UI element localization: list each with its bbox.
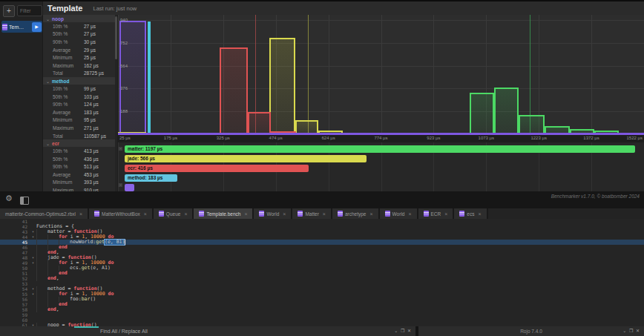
close-icon[interactable]: × bbox=[184, 211, 187, 217]
stat-label: Average bbox=[43, 172, 84, 177]
tab-queue[interactable]: Queue× bbox=[154, 208, 194, 219]
indent-guide bbox=[36, 276, 47, 281]
stat-row: Minimum25 µs bbox=[43, 53, 117, 62]
plugins-icon[interactable] bbox=[20, 197, 29, 205]
stats-section-name: noop bbox=[52, 16, 64, 22]
script-icon bbox=[298, 211, 303, 217]
script-icon bbox=[199, 211, 204, 217]
close-icon[interactable]: × bbox=[244, 211, 247, 217]
close-icon[interactable]: × bbox=[79, 211, 82, 217]
stat-label: Average bbox=[43, 47, 84, 53]
gridline-vertical bbox=[118, 15, 119, 135]
close-icon[interactable]: × bbox=[478, 211, 481, 217]
fold-arrow-icon[interactable]: ▾ bbox=[30, 286, 36, 291]
x-tick-label: 1073 µs bbox=[479, 136, 494, 140]
x-tick-label: 474 µs bbox=[269, 136, 283, 140]
close-icon[interactable]: × bbox=[444, 211, 447, 217]
indent-guide bbox=[36, 307, 47, 312]
histogram-bin-matter bbox=[494, 88, 519, 135]
tab-label: ECR bbox=[431, 211, 441, 217]
results-overview: matter: 1197 µsjade: 566 µsecr: 416 µsme… bbox=[118, 142, 644, 193]
indent-guide bbox=[47, 266, 59, 271]
tab-label: Template.bench bbox=[206, 211, 240, 217]
gutter-margin bbox=[0, 297, 16, 302]
gutter-margin bbox=[0, 224, 16, 229]
stat-row: Average183 µs bbox=[43, 108, 117, 116]
x-tick-label: 325 µs bbox=[217, 136, 230, 140]
token: end bbox=[47, 276, 56, 281]
line-number: 43 bbox=[16, 229, 30, 234]
tab-matter[interactable]: Matter× bbox=[292, 208, 332, 219]
script-icon bbox=[424, 211, 429, 217]
settings-gear-icon[interactable]: ⚙ bbox=[5, 194, 13, 203]
tab-matterbr-common-optimus2-rbxl[interactable]: matterbr-Common-Optimus2.rbxl× bbox=[0, 208, 89, 219]
fold-spacer bbox=[30, 317, 36, 323]
indent-guide bbox=[36, 240, 47, 245]
line-number: 51 bbox=[16, 271, 30, 276]
x-tick-label: 923 µs bbox=[427, 136, 440, 140]
histogram-bin-ecr bbox=[220, 47, 248, 135]
version-note: Benchmarker v1.7.0, © boatbomber 2024 bbox=[551, 194, 640, 199]
close-icon[interactable]: × bbox=[408, 211, 411, 217]
add-benchmark-button[interactable]: + bbox=[3, 5, 15, 17]
stats-scrollbar-thumb[interactable] bbox=[115, 16, 117, 59]
script-icon bbox=[459, 211, 464, 217]
tab-archetype[interactable]: archetype× bbox=[332, 208, 380, 219]
benchmark-item-template[interactable]: Tem… ▶ bbox=[1, 21, 42, 33]
token: () bbox=[90, 297, 96, 302]
script-icon bbox=[159, 211, 164, 217]
gutter-margin bbox=[0, 291, 16, 297]
stat-row: Total110587 µs bbox=[43, 132, 117, 140]
x-tick-label: 1372 µs bbox=[583, 136, 599, 140]
tab-ecs[interactable]: ecs× bbox=[454, 208, 487, 219]
gridline-horizontal bbox=[118, 20, 644, 21]
line-number: 52 bbox=[16, 276, 30, 281]
stats-section-header-ecr[interactable]: ⌄ecr bbox=[43, 139, 117, 147]
line-number: 49 bbox=[16, 260, 30, 266]
stats-scrollbar[interactable] bbox=[115, 15, 117, 193]
find-replace-bar: Find All / Replace All ⌄ ❐ ✕ bbox=[0, 326, 415, 336]
tab-world[interactable]: World× bbox=[254, 208, 292, 219]
code-text: ecs.get(e, A1) bbox=[36, 266, 111, 271]
fold-arrow-icon[interactable]: ▾ bbox=[30, 255, 36, 260]
fold-arrow-icon[interactable]: ▾ bbox=[30, 291, 36, 297]
line-number: 46 bbox=[16, 245, 30, 250]
panel-controls-icons[interactable]: ⌄ ❐ ✕ bbox=[622, 326, 640, 336]
legend-scroll-down[interactable]: - bbox=[119, 183, 122, 187]
close-icon[interactable]: × bbox=[283, 211, 286, 217]
histogram-baseline-noop bbox=[118, 133, 644, 135]
fold-arrow-icon[interactable]: ▾ bbox=[30, 229, 36, 234]
gridline-horizontal bbox=[118, 111, 644, 112]
legend-scroll-up[interactable]: - bbox=[119, 147, 122, 151]
benchmark-panel: + Filter Tem… ▶ Template Last run: just … bbox=[0, 0, 644, 193]
notification-underline bbox=[74, 326, 99, 328]
tab-template-bench[interactable]: Template.bench× bbox=[194, 208, 254, 219]
stat-value: 393 µs bbox=[84, 179, 99, 185]
stat-value: 436 µs bbox=[84, 157, 99, 162]
code-text: end, bbox=[36, 276, 59, 281]
stats-panel: ⌄noop10th %27 µs50th %27 µs90th %30 µsAv… bbox=[43, 15, 118, 193]
code-text: end, bbox=[36, 307, 59, 312]
fold-arrow-icon[interactable]: ▾ bbox=[30, 260, 36, 266]
close-icon[interactable]: × bbox=[144, 211, 147, 217]
close-icon[interactable]: × bbox=[323, 211, 326, 217]
gutter-margin bbox=[0, 240, 16, 245]
stats-section-header-noop[interactable]: ⌄noop bbox=[43, 15, 117, 22]
stats-section-header-method[interactable]: ⌄method bbox=[43, 77, 117, 85]
panel-controls-icons[interactable]: ⌄ ❐ ✕ bbox=[394, 326, 412, 336]
tab-ecr[interactable]: ECR× bbox=[418, 208, 455, 219]
fold-spacer bbox=[30, 271, 36, 276]
run-benchmark-button[interactable]: ▶ bbox=[32, 22, 42, 32]
token: get bbox=[96, 240, 105, 245]
indent-guide bbox=[47, 291, 59, 297]
token: , bbox=[56, 276, 59, 281]
code-editor[interactable]: 4142Functions = {43▾matter = function()4… bbox=[0, 219, 644, 326]
text-cursor bbox=[125, 240, 125, 245]
indent-guide bbox=[36, 255, 47, 260]
close-icon[interactable]: × bbox=[369, 211, 372, 217]
fold-arrow-icon[interactable]: ▾ bbox=[30, 234, 36, 240]
tab-matterwithoutbox[interactable]: MatterWithoutBox× bbox=[89, 208, 154, 219]
filter-input[interactable]: Filter bbox=[17, 5, 42, 16]
tab-world[interactable]: World× bbox=[380, 208, 418, 219]
stat-label: 10th % bbox=[43, 86, 84, 91]
